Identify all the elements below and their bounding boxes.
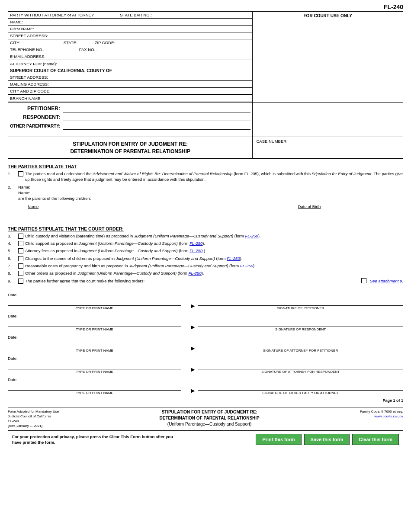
footer-subtitle: (Uniform Parentage—Custody and Support) (130, 421, 289, 427)
sig-left-1: Date: TYPE OR PRINT NAME (8, 292, 186, 310)
parties-section: PETITIONER: RESPONDENT: OTHER PARENT/PAR… (8, 103, 403, 137)
body-section: THE PARTIES STIPULATE THAT 1. The partie… (8, 159, 403, 288)
name-date-row: Name Date of Birth (28, 204, 403, 209)
name-label: NAME: (10, 19, 23, 24)
item7-close: ). (253, 263, 256, 268)
footer-rev-date: [Rev. January 1, 2021] (8, 423, 126, 428)
sig-sub-5: TYPE OR PRINT NAME (8, 391, 181, 395)
sig-line-right-3 (198, 340, 403, 348)
respondent-row: RESPONDENT: (10, 113, 250, 122)
respondent-label: RESPONDENT: (10, 114, 62, 120)
item6-checkbox[interactable] (18, 256, 23, 261)
sig-sub-right-2: SIGNATURE OF RESPONDENT (198, 327, 403, 331)
footer-adopted: Form Adopted for Mandatory Use (8, 409, 126, 414)
sig-line-right-4 (198, 362, 403, 369)
item9-content: The parties further agree that the court… (25, 278, 403, 284)
item7-content: Reasonable costs of pregnancy and birth … (25, 263, 403, 269)
item9-checkbox[interactable] (18, 279, 23, 284)
header-section: PARTY WITHOUT ATTORNEY or ATTORNEY STATE… (8, 11, 403, 103)
other-party-row: OTHER PARENT/PARTY: (10, 122, 250, 130)
petitioner-label: PETITIONER: (10, 106, 62, 112)
item6-num: 6. (8, 256, 18, 261)
footer-website[interactable]: www.courts.ca.gov (292, 414, 403, 419)
court-street-label: STREET ADDRESS: (10, 75, 48, 80)
item1-num: 1. (8, 171, 18, 176)
print-button[interactable]: Print this form (256, 434, 301, 445)
item3-num: 3. (8, 233, 18, 238)
item9-attachment-link[interactable]: See attachment 9. (370, 278, 403, 284)
clear-button[interactable]: Clear this form (352, 434, 399, 445)
item4-link[interactable]: FL-250 (189, 241, 202, 246)
item7-link[interactable]: FL-250 (240, 263, 253, 268)
title-right: CASE NUMBER: (253, 137, 403, 158)
case-number-label: CASE NUMBER: (256, 139, 399, 144)
item2-name1: Name: (18, 184, 403, 190)
item2-name-label2: Name: (18, 190, 30, 195)
dob-spacer (18, 211, 403, 224)
item4-checkbox[interactable] (18, 241, 23, 246)
sig-row-1: Date: TYPE OR PRINT NAME ► SIGNATURE OF … (8, 292, 403, 310)
save-button[interactable]: Save this form (304, 434, 350, 445)
item8-close: ). (202, 271, 204, 276)
bottom-warning: For your protection and privacy, please … (12, 434, 174, 445)
sig-sub-right-4: SIGNATURE OF ATTORNEY FOR RESPONDENT (198, 370, 403, 374)
sig-date-label-1: Date: (8, 292, 181, 297)
court-mailing-row: MAILING ADDRESS: (8, 81, 252, 88)
item-5: 5. Attorney fees as proposed in Judgment… (8, 248, 403, 253)
court-name-row: SUPERIOR COURT OF CALIFORNIA, COUNTY OF (8, 67, 252, 74)
fax-label: FAX NO. : (79, 47, 98, 52)
item9-attachment-checkbox[interactable] (361, 278, 366, 283)
attorney-for-row: ATTORNEY FOR (name): (8, 60, 252, 67)
item1-italic2: Stipulation for Entry of Judgment. (312, 171, 372, 176)
court-city-zip-label: CITY AND ZIP CODE: (10, 89, 51, 93)
item6-link-pre: (form (215, 256, 227, 261)
item3-content: Child custody and visitation (parenting … (25, 233, 403, 239)
item8-checkbox[interactable] (18, 271, 23, 276)
item5-text: Attorney fees as proposed in (25, 248, 79, 253)
sig-left-2: Date: TYPE OR PRINT NAME (8, 314, 186, 331)
footer-left: Form Adopted for Mandatory Use Judicial … (8, 409, 126, 429)
footer-center: STIPULATION FOR ENTRY OF JUDGMENT RE: DE… (130, 409, 289, 427)
item1-checkbox[interactable] (18, 171, 23, 176)
item3-link[interactable]: FL-250 (245, 234, 258, 238)
title-line2: DETERMINATION OF PARENTAL RELATIONSHIP (70, 148, 190, 154)
sig-right-3: ► SIGNATURE OF ATTORNEY FOR PETITIONER (186, 340, 403, 353)
court-section: SUPERIOR COURT OF CALIFORNIA, COUNTY OF … (8, 67, 252, 102)
item2-num: 2. (8, 184, 18, 189)
item-7: 7. Reasonable costs of pregnancy and bir… (8, 263, 403, 269)
item5-checkbox[interactable] (18, 248, 23, 253)
item5-link-pre: (form (178, 248, 189, 253)
heading1: THE PARTIES STIPULATE THAT (8, 164, 403, 169)
item-1: 1. The parties read and understand the A… (8, 171, 403, 183)
footer-form-num: FL-240 (8, 419, 126, 423)
sig-sub-1: TYPE OR PRINT NAME (8, 306, 181, 310)
court-branch-row: BRANCH NAME: (8, 95, 252, 102)
item7-link-pre: (form (228, 263, 240, 268)
item2-content: Name: Name: are the parents of the follo… (18, 184, 403, 224)
sig-arrow-3: ► (190, 345, 196, 352)
parties-left: PETITIONER: RESPONDENT: OTHER PARENT/PAR… (8, 103, 253, 137)
header-left: PARTY WITHOUT ATTORNEY or ATTORNEY STATE… (8, 12, 253, 102)
sig-row-5: Date: TYPE OR PRINT NAME ► SIGNATURE OF … (8, 377, 403, 395)
attorney-for-label: ATTORNEY FOR (name): (10, 61, 57, 66)
item2-name2: Name: (18, 190, 403, 195)
item4-link-pre: (form (178, 241, 189, 246)
item1-content: The parties read and understand the Advi… (25, 171, 403, 183)
item8-link[interactable]: FL-250 (189, 271, 202, 276)
item-3: 3. Child custody and visitation (parenti… (8, 233, 403, 239)
item3-checkbox[interactable] (18, 234, 23, 239)
footer-family-code: Family Code, § 7600 et seq. (292, 409, 403, 414)
footer-section: Form Adopted for Mandatory Use Judicial … (8, 407, 403, 429)
item8-num: 8. (8, 270, 18, 276)
sig-right-4: ► SIGNATURE OF ATTORNEY FOR RESPONDENT (186, 362, 403, 374)
court-mailing-label: MAILING ADDRESS: (10, 82, 49, 87)
item6-link[interactable]: FL-250 (227, 256, 240, 261)
sig-sub-right-3: SIGNATURE OF ATTORNEY FOR PETITIONER (198, 349, 403, 353)
item5-link[interactable]: FL-250 (189, 248, 202, 253)
item7-checkbox[interactable] (18, 263, 23, 269)
footer-judicial: Judicial Council of California (8, 414, 126, 419)
item8-text: Other orders as proposed in (25, 271, 77, 276)
sig-right-1: ► SIGNATURE OF PETITIONER (186, 298, 403, 310)
title-section: STIPULATION FOR ENTRY OF JUDGMENT RE: DE… (8, 137, 403, 159)
sig-arrow-5: ► (190, 387, 196, 394)
